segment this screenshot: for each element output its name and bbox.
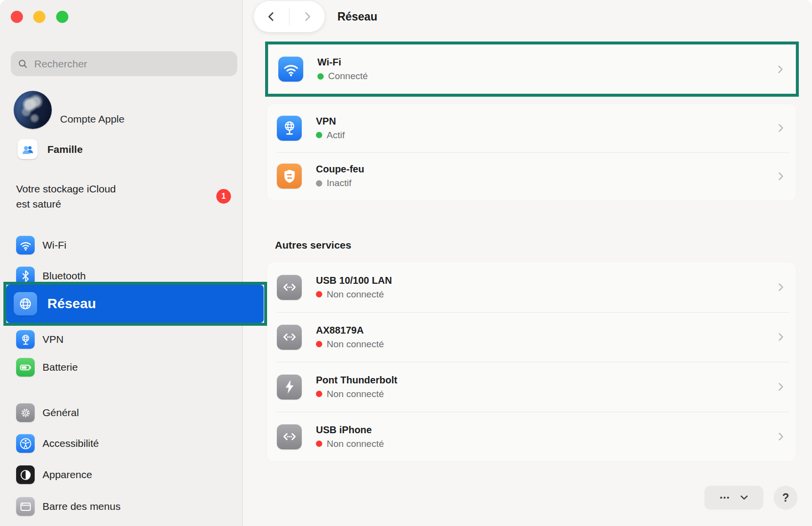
service-row-pont-thunderbolt[interactable]: Pont ThunderboltNon connecté bbox=[267, 362, 796, 412]
status-label: Non connecté bbox=[327, 389, 384, 400]
back-button[interactable] bbox=[254, 1, 289, 32]
sidebar-item-label: Barre des menus bbox=[42, 501, 121, 512]
service-row-ax88179a[interactable]: AX88179ANon connecté bbox=[267, 312, 796, 362]
sidebar: Compte Apple Famille Votre stockage iClo… bbox=[0, 0, 243, 526]
sidebar-item-label: Réseau bbox=[47, 296, 96, 312]
search-icon bbox=[18, 59, 28, 69]
service-title: Pont Thunderbolt bbox=[316, 375, 397, 386]
status-label: Inactif bbox=[327, 178, 352, 189]
battery-icon bbox=[16, 358, 35, 377]
shield-icon bbox=[277, 164, 302, 189]
section-title-autres-services: Autres services bbox=[275, 239, 351, 251]
chevron-right-icon bbox=[775, 64, 786, 75]
chevron-right-icon bbox=[775, 332, 786, 342]
service-title: VPN bbox=[316, 116, 345, 127]
sidebar-item-label: Général bbox=[42, 407, 79, 419]
service-status: Non connecté bbox=[316, 289, 392, 300]
menubar-icon bbox=[16, 497, 35, 516]
chevron-right-icon bbox=[775, 282, 786, 293]
sidebar-item-famille[interactable]: Famille bbox=[47, 144, 83, 155]
service-row-usb-lan[interactable]: USB 10/100 LANNon connecté bbox=[267, 262, 796, 312]
service-status: Non connecté bbox=[316, 389, 397, 400]
page-title: Réseau bbox=[337, 10, 377, 23]
status-label: Non connecté bbox=[327, 289, 384, 300]
wifi-icon bbox=[16, 236, 35, 254]
adapter-icon bbox=[277, 325, 302, 350]
icloud-notice-line1: Votre stockage iCloud bbox=[16, 181, 116, 196]
notification-badge: 1 bbox=[216, 189, 231, 204]
search-input[interactable] bbox=[33, 58, 230, 70]
adapter-icon bbox=[277, 424, 302, 449]
service-title: Wi-Fi bbox=[317, 57, 368, 68]
search-field[interactable] bbox=[11, 51, 237, 76]
sidebar-item-barre-menus[interactable]: Barre des menus bbox=[16, 497, 231, 516]
service-title: Coupe-feu bbox=[316, 164, 364, 175]
network-globe-icon bbox=[14, 292, 37, 316]
sidebar-item-reseau[interactable]: Réseau bbox=[6, 285, 264, 323]
service-status: Actif bbox=[316, 130, 345, 141]
vpn-globe-icon bbox=[16, 330, 35, 349]
other-services-card: USB 10/100 LANNon connectéAX88179ANon co… bbox=[267, 262, 796, 462]
chevron-right-icon bbox=[775, 431, 786, 442]
sidebar-item-bluetooth[interactable]: Bluetooth bbox=[16, 267, 231, 285]
navigation-pill bbox=[254, 1, 325, 32]
status-label: Non connecté bbox=[327, 439, 384, 449]
bluetooth-icon bbox=[16, 267, 35, 285]
vpn-firewall-card: VPNActifCoupe-feuInactif bbox=[267, 104, 796, 200]
icloud-notice-line2: est saturé bbox=[16, 196, 116, 211]
more-options-button[interactable] bbox=[705, 486, 763, 509]
family-icon[interactable] bbox=[18, 139, 38, 159]
service-title: USB iPhone bbox=[316, 424, 384, 436]
ellipsis-icon bbox=[718, 491, 731, 504]
service-title: USB 10/100 LAN bbox=[316, 275, 392, 286]
sidebar-item-accessibilite[interactable]: Accessibilité bbox=[16, 434, 231, 453]
sidebar-item-apparence[interactable]: Apparence bbox=[16, 465, 231, 484]
sidebar-item-label: Wi-Fi bbox=[42, 239, 66, 251]
accessibility-icon bbox=[16, 434, 35, 453]
sidebar-item-vpn[interactable]: VPN bbox=[16, 330, 231, 349]
status-dot-red bbox=[316, 441, 322, 447]
status-dot-red bbox=[316, 341, 322, 347]
sidebar-item-label: VPN bbox=[42, 334, 63, 345]
minimize-window-button[interactable] bbox=[33, 11, 45, 23]
chevron-down-icon bbox=[739, 492, 750, 503]
status-dot-red bbox=[316, 291, 322, 297]
forward-button[interactable] bbox=[290, 1, 325, 32]
sidebar-item-wifi[interactable]: Wi-Fi bbox=[16, 236, 231, 254]
adapter-icon bbox=[277, 275, 302, 300]
icloud-storage-notice[interactable]: Votre stockage iCloud est saturé bbox=[16, 181, 116, 211]
service-row-vpn[interactable]: VPNActif bbox=[267, 104, 796, 152]
wifi-icon bbox=[278, 57, 303, 82]
sidebar-item-label: Batterie bbox=[42, 361, 78, 373]
chevron-right-icon bbox=[775, 123, 786, 133]
bolt-icon bbox=[277, 375, 302, 400]
gear-icon bbox=[16, 403, 35, 422]
apple-account-avatar[interactable] bbox=[14, 91, 52, 129]
status-dot-gray bbox=[316, 180, 322, 187]
service-status: Non connecté bbox=[316, 339, 384, 350]
service-status: Non connecté bbox=[316, 439, 384, 449]
status-dot-red bbox=[316, 391, 322, 397]
vpn-globe-icon bbox=[277, 116, 302, 141]
appearance-icon bbox=[16, 465, 35, 484]
sidebar-item-general[interactable]: Général bbox=[16, 403, 231, 422]
service-title: AX88179A bbox=[316, 325, 384, 336]
help-button[interactable]: ? bbox=[774, 486, 797, 509]
status-dot-green bbox=[316, 132, 322, 138]
chevron-right-icon bbox=[775, 381, 786, 392]
service-row-wifi[interactable]: Wi-FiConnecté bbox=[269, 45, 795, 93]
chevron-right-icon bbox=[775, 171, 786, 182]
service-row-usb-iphone[interactable]: USB iPhoneNon connecté bbox=[267, 412, 796, 462]
service-status: Inactif bbox=[316, 178, 364, 189]
service-status: Connecté bbox=[317, 71, 368, 82]
service-row-coupe-feu[interactable]: Coupe-feuInactif bbox=[267, 152, 796, 201]
apple-account-label[interactable]: Compte Apple bbox=[60, 113, 125, 125]
sidebar-item-label: Bluetooth bbox=[42, 270, 86, 282]
status-label: Actif bbox=[327, 130, 345, 141]
sidebar-item-label: Accessibilité bbox=[42, 438, 99, 449]
wifi-card: Wi-FiConnecté bbox=[269, 45, 795, 93]
sidebar-item-batterie[interactable]: Batterie bbox=[16, 358, 231, 377]
sidebar-item-label: Apparence bbox=[42, 469, 92, 481]
close-window-button[interactable] bbox=[11, 11, 23, 23]
zoom-window-button[interactable] bbox=[56, 11, 68, 23]
